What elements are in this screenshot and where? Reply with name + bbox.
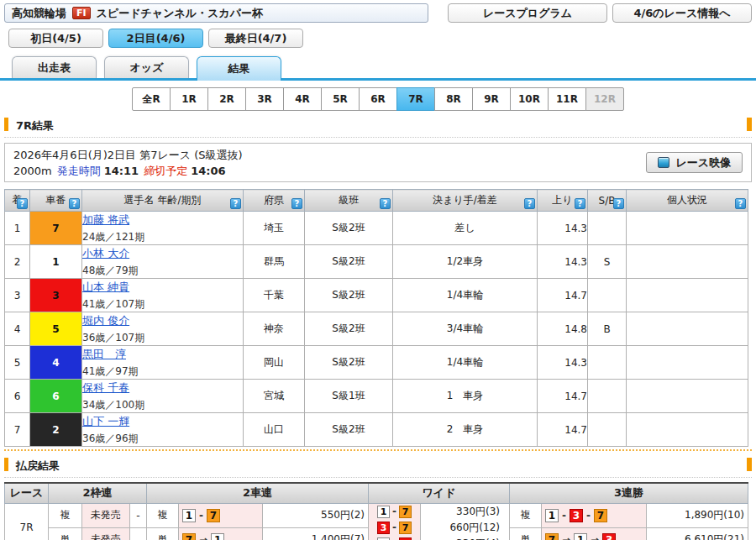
help-icon[interactable]: ? <box>17 198 28 209</box>
column-header: 級班? <box>305 190 393 212</box>
rider-name-link[interactable]: 保科 千春 <box>82 381 129 394</box>
top-bar: 高知競輪場 FI スピードチャンネル・スカパー杯 レースプログラム 4/6のレー… <box>4 3 752 23</box>
help-icon[interactable]: ? <box>524 198 535 209</box>
rider-age-period: 34歳／100期 <box>82 398 243 412</box>
rider-age-period: 41歳／97期 <box>82 364 243 379</box>
help-icon[interactable]: ? <box>575 198 585 209</box>
margin-cell: 1 車身 <box>393 380 538 413</box>
main-tab-2[interactable]: オッズ <box>104 56 189 78</box>
wide-amount: 330円(3) <box>424 504 506 520</box>
race-tab-10R[interactable]: 10R <box>510 87 549 111</box>
car-chip-3: 3 <box>602 533 616 540</box>
payout-header-row: レース 2枠連 2車連 ワイド 3連勝 <box>5 483 748 503</box>
race-tab-9R[interactable]: 9R <box>472 87 511 111</box>
help-icon[interactable]: ? <box>380 198 391 209</box>
orange-right-bar <box>747 458 752 471</box>
rider-cell: 堀内 俊介36歳／107期 <box>82 312 244 346</box>
lap-time-cell: 14.3 <box>538 245 588 279</box>
help-icon[interactable]: ? <box>230 198 241 209</box>
main-tab-1[interactable]: 出走表 <box>12 56 97 78</box>
rank-cell: 4 <box>5 312 30 346</box>
race-tab-6R[interactable]: 6R <box>359 87 397 111</box>
car-chip-7: 7 <box>399 506 412 518</box>
rank-cell: 5 <box>5 346 30 380</box>
sb-cell <box>588 346 627 380</box>
main-tab-3[interactable]: 結果 <box>197 56 281 81</box>
race-tab-2R[interactable]: 2R <box>207 87 246 111</box>
help-icon[interactable]: ? <box>69 198 80 209</box>
race-tab-5R[interactable]: 5R <box>321 87 360 111</box>
race-tab-8R[interactable]: 8R <box>434 87 473 111</box>
sb-cell <box>588 380 627 413</box>
sb-cell: B <box>588 312 627 346</box>
car-number-cell: 3 <box>30 279 82 312</box>
payout-section-title: 払戻結果 <box>16 459 60 472</box>
car-chip-1: 1 <box>545 509 559 522</box>
help-icon[interactable]: ? <box>291 198 302 209</box>
column-header: 選手名 年齢/期別? <box>82 190 244 212</box>
day-tab-3[interactable]: 最終日(4/7) <box>208 29 303 48</box>
day-tab-1[interactable]: 初日(4/5) <box>8 29 103 48</box>
help-icon[interactable]: ? <box>735 198 746 209</box>
race-program-button[interactable]: レースプログラム <box>448 3 607 23</box>
section-divider <box>4 449 752 451</box>
col-waku: 2枠連 <box>49 483 147 503</box>
close-time-value: 14:06 <box>191 165 225 177</box>
wide-amount: 660円(12) <box>424 520 506 536</box>
result-section-header: 7R結果 <box>4 117 752 138</box>
sb-cell: S <box>588 245 627 279</box>
car-number-cell: 6 <box>30 380 82 413</box>
column-header: 車番? <box>30 190 82 212</box>
column-header-label: 車番 <box>46 194 66 206</box>
class-cell: S級1班 <box>305 380 393 413</box>
rider-age-period: 36歳／96期 <box>82 432 243 446</box>
race-tab-7R[interactable]: 7R <box>396 87 435 111</box>
car-number-cell: 7 <box>30 212 82 245</box>
result-section-title: 7R結果 <box>16 119 54 132</box>
sharen-tan-combo: 7→1 <box>179 527 263 540</box>
prefecture-cell: 千葉 <box>244 279 305 312</box>
day-tab-2[interactable]: 2日目(4/6) <box>108 29 203 48</box>
race-video-button[interactable]: レース映像 <box>646 152 743 173</box>
car-chip-7: 7 <box>399 522 412 534</box>
rider-name-link[interactable]: 小林 大介 <box>82 247 129 260</box>
race-info-button[interactable]: 4/6のレース情報へ <box>612 3 752 23</box>
combo-separator: - <box>562 510 566 522</box>
combo-separator: - <box>392 522 396 533</box>
payout-race-number: 7R <box>5 503 49 540</box>
car-chip-7: 7 <box>545 533 559 540</box>
car-number-cell: 2 <box>30 413 82 447</box>
rider-name-link[interactable]: 堀内 俊介 <box>82 314 129 327</box>
waku-tan-label: 単 <box>49 527 82 540</box>
rider-name-link[interactable]: 山下 一輝 <box>82 415 129 427</box>
rider-name-link[interactable]: 山本 紳貴 <box>82 280 129 293</box>
race-tab-4R[interactable]: 4R <box>283 87 322 111</box>
rank-cell: 6 <box>5 380 30 413</box>
status-cell <box>627 346 748 380</box>
col-sharen: 2車連 <box>147 483 369 503</box>
race-video-label: レース映像 <box>675 155 731 170</box>
help-icon[interactable]: ? <box>613 198 624 209</box>
rider-name-link[interactable]: 加藤 将武 <box>82 213 129 226</box>
car-chip-1: 1 <box>211 533 224 540</box>
race-tab-全R[interactable]: 全R <box>132 87 171 111</box>
result-row: 45堀内 俊介36歳／107期神奈S級2班3/4車輪14.8B <box>5 312 748 346</box>
wide-combos: 1-73-71-3 <box>369 503 421 540</box>
race-tab-11R[interactable]: 11R <box>548 87 586 111</box>
column-header: 上り? <box>538 190 588 212</box>
race-distance: 2000m <box>13 165 52 177</box>
race-date: 2026年4月6日(月)2日目 第7レース (S級選抜) <box>13 147 243 163</box>
class-cell: S級2班 <box>305 346 393 380</box>
car-chip-1: 1 <box>182 509 196 522</box>
video-monitor-icon <box>658 157 669 168</box>
column-header-label: 上り <box>552 194 572 206</box>
rank-cell: 3 <box>5 279 30 312</box>
race-tab-12R: 12R <box>585 87 624 111</box>
page: 高知競輪場 FI スピードチャンネル・スカパー杯 レースプログラム 4/6のレー… <box>0 3 756 540</box>
race-info-text: 2026年4月6日(月)2日目 第7レース (S級選抜) 2000m発走時間14… <box>13 147 243 179</box>
result-row: 54黒田 淳41歳／97期岡山S級2班1/4車輪14.3 <box>5 346 748 380</box>
race-tab-1R[interactable]: 1R <box>170 87 208 111</box>
column-header-label: 選手名 年齢/期別 <box>124 194 202 206</box>
race-tab-3R[interactable]: 3R <box>245 87 284 111</box>
rider-name-link[interactable]: 黒田 淳 <box>82 348 126 360</box>
